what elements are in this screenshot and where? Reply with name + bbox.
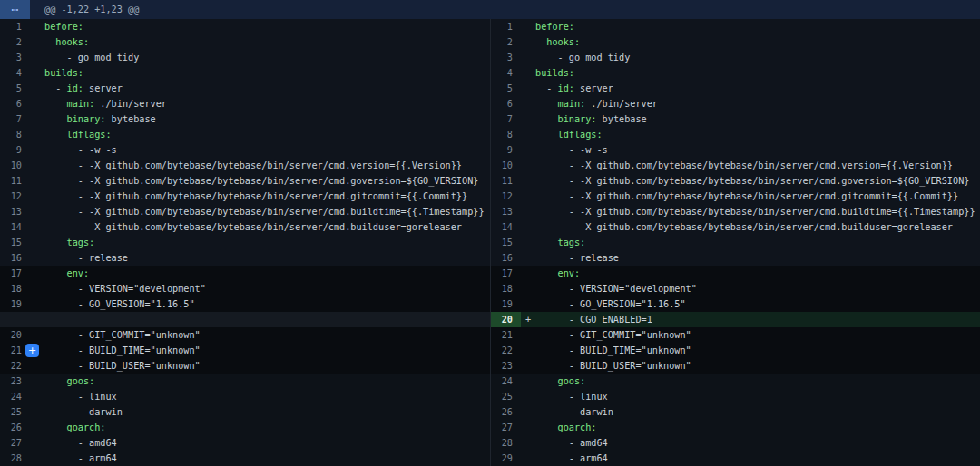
yaml-text: - darwin (44, 407, 122, 417)
diff-marker (30, 50, 44, 65)
line-number[interactable]: 14 (491, 219, 521, 235)
code-line: - VERSION="development" (44, 281, 490, 296)
yaml-text: - BUILD_USER="unknown" (44, 361, 201, 371)
line-number[interactable]: 15 (0, 235, 30, 250)
line-number[interactable]: 7 (0, 112, 30, 127)
diff-marker (30, 34, 44, 50)
line-number[interactable]: 17 (0, 266, 30, 281)
diff-row: 28 - arm64 (0, 451, 490, 466)
yaml-key: main: (558, 99, 586, 109)
line-number[interactable]: 1 (0, 19, 30, 34)
code-line: - linux (44, 389, 490, 404)
line-number[interactable]: 5 (491, 81, 521, 96)
line-number[interactable]: 21+ (0, 343, 30, 358)
line-number[interactable]: 16 (491, 250, 521, 266)
line-number[interactable]: 10 (491, 158, 521, 173)
diff-row: 9 - -w -s (491, 142, 980, 158)
line-number[interactable]: 23 (0, 374, 30, 389)
line-number[interactable]: 3 (491, 50, 521, 65)
yaml-text: - -X github.com/bytebase/bytebase/bin/se… (535, 176, 969, 186)
code-line: - BUILD_USER="unknown" (535, 358, 980, 374)
yaml-key: env: (558, 268, 581, 278)
line-number[interactable]: 14 (0, 219, 30, 235)
line-number[interactable]: 22 (491, 343, 521, 358)
line-number[interactable]: 15 (491, 235, 521, 250)
line-number[interactable]: 8 (0, 127, 30, 142)
line-number[interactable]: 29 (491, 451, 521, 466)
line-number[interactable]: 12 (0, 189, 30, 204)
diff-row: 1before: (0, 19, 490, 34)
diff-row: 19 - GO_VERSION="1.16.5" (0, 296, 490, 312)
line-number[interactable]: 9 (491, 142, 521, 158)
line-number[interactable]: 25 (0, 404, 30, 420)
diff-marker (521, 296, 535, 312)
line-number[interactable]: 10 (0, 158, 30, 173)
line-number[interactable]: 24 (491, 374, 521, 389)
line-number[interactable]: 1 (491, 19, 521, 34)
line-number[interactable]: 13 (0, 204, 30, 219)
line-number[interactable]: 6 (0, 96, 30, 112)
line-number[interactable]: 7 (491, 112, 521, 127)
yaml-text: - GIT_COMMIT="unknown" (44, 330, 201, 340)
code-line: goos: (44, 374, 490, 389)
line-number[interactable]: 13 (491, 204, 521, 219)
line-number[interactable]: 26 (0, 420, 30, 435)
expand-hunk-button[interactable]: ⋯ (0, 0, 30, 19)
diff-row: 9 - -w -s (0, 142, 490, 158)
line-number[interactable]: 2 (491, 34, 521, 50)
diff-marker (30, 142, 44, 158)
line-number[interactable]: 21 (491, 327, 521, 343)
line-number[interactable]: 11 (0, 173, 30, 189)
line-number[interactable]: 26 (491, 404, 521, 420)
line-number[interactable]: 8 (491, 127, 521, 142)
line-number[interactable]: 9 (0, 142, 30, 158)
line-number[interactable]: 27 (0, 435, 30, 451)
line-number[interactable]: 12 (491, 189, 521, 204)
line-number[interactable]: 20 (0, 327, 30, 343)
line-number[interactable]: 24 (0, 389, 30, 404)
line-number[interactable]: 25 (491, 389, 521, 404)
code-line: - release (44, 250, 490, 266)
line-number[interactable]: 22 (0, 358, 30, 374)
diff-marker (521, 451, 535, 466)
line-number[interactable]: 2 (0, 34, 30, 50)
yaml-key: before: (535, 22, 574, 32)
diff-marker (30, 312, 44, 327)
line-number[interactable]: 18 (491, 281, 521, 296)
yaml-key: hooks: (55, 37, 89, 47)
line-number[interactable]: 4 (491, 65, 521, 81)
line-number[interactable]: 6 (491, 96, 521, 112)
code-line: - id: server (44, 81, 490, 96)
line-number[interactable]: 18 (0, 281, 30, 296)
line-number[interactable]: 28 (491, 435, 521, 451)
diff-row: 25 - linux (491, 389, 980, 404)
line-number[interactable]: 11 (491, 173, 521, 189)
line-number[interactable]: 19 (0, 296, 30, 312)
diff-row: 4builds: (491, 65, 980, 81)
diff-marker (521, 158, 535, 173)
diff-marker (30, 250, 44, 266)
diff-row: 8 ldflags: (491, 127, 980, 142)
added-line-marker: + (521, 312, 535, 327)
diff-row: 15 tags: (491, 235, 980, 250)
add-comment-button[interactable]: + (25, 344, 39, 357)
code-line: - -X github.com/bytebase/bytebase/bin/se… (535, 189, 980, 204)
line-number[interactable]: 16 (0, 250, 30, 266)
line-number[interactable]: 5 (0, 81, 30, 96)
line-number[interactable]: 4 (0, 65, 30, 81)
diff-row-added: 20+ - CGO_ENABLED=1 (491, 312, 980, 327)
code-line: goarch: (44, 420, 490, 435)
diff-row: 21 - GIT_COMMIT="unknown" (491, 327, 980, 343)
line-number[interactable]: 17 (491, 266, 521, 281)
diff-marker (30, 327, 44, 343)
hunk-header-row: ⋯ @@ -1,22 +1,23 @@ (0, 0, 980, 19)
diff-row: 12 - -X github.com/bytebase/bytebase/bin… (0, 189, 490, 204)
line-number[interactable]: 3 (0, 50, 30, 65)
line-number[interactable]: 28 (0, 451, 30, 466)
line-number[interactable]: 19 (491, 296, 521, 312)
line-number[interactable]: 20 (491, 312, 521, 327)
line-number[interactable]: 27 (491, 420, 521, 435)
code-line: - arm64 (535, 451, 980, 466)
diff-marker (521, 358, 535, 374)
line-number[interactable]: 23 (491, 358, 521, 374)
